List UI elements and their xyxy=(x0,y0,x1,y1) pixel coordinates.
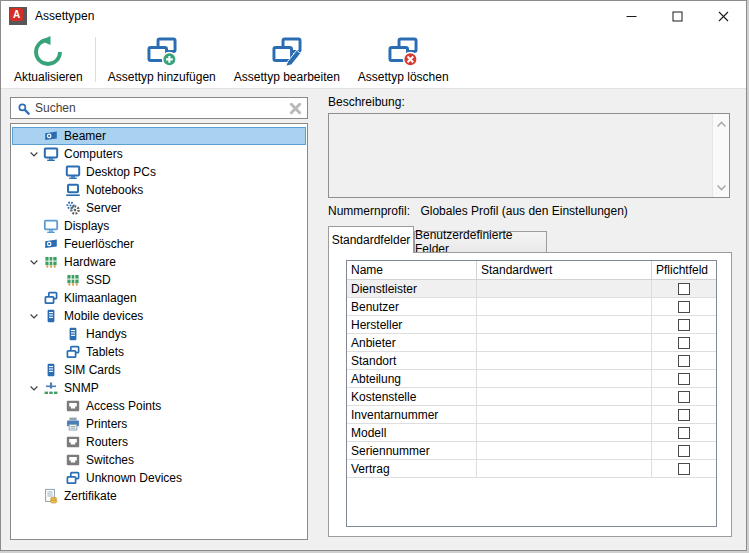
field-default-value-cell[interactable] xyxy=(477,316,652,333)
field-default-value-cell[interactable] xyxy=(477,388,652,405)
minimize-button[interactable] xyxy=(608,1,654,31)
field-name-cell: Vertrag xyxy=(347,460,477,477)
chevron-spacer xyxy=(46,200,65,216)
tree-item-ssd[interactable]: SSD xyxy=(12,271,306,289)
chevron-spacer xyxy=(46,470,65,486)
tab-benutzerdefinierte-felder[interactable]: Benutzerdefinierte Felder xyxy=(414,231,547,252)
edit-assettype-icon xyxy=(270,35,304,69)
add-assettype-button[interactable]: Assettyp hinzufügen xyxy=(99,33,225,86)
pflichtfeld-checkbox[interactable] xyxy=(678,301,690,313)
chevron-down-icon[interactable] xyxy=(24,146,43,162)
tab-standardfelder[interactable]: Standardfelder xyxy=(328,226,414,253)
clear-search-icon[interactable] xyxy=(289,102,302,115)
tree-item-routers[interactable]: Routers xyxy=(12,433,306,451)
refresh-button[interactable]: Aktualisieren xyxy=(5,33,92,86)
maximize-button[interactable] xyxy=(654,1,700,31)
search-input[interactable] xyxy=(35,101,285,115)
pflichtfeld-checkbox[interactable] xyxy=(678,427,690,439)
pflichtfeld-checkbox[interactable] xyxy=(678,337,690,349)
field-row-seriennummer[interactable]: Seriennummer xyxy=(347,442,716,460)
field-row-hersteller[interactable]: Hersteller xyxy=(347,316,716,334)
pflichtfeld-checkbox[interactable] xyxy=(678,355,690,367)
field-required-cell xyxy=(652,406,716,423)
field-name-cell: Abteilung xyxy=(347,370,477,387)
tree-item-tablets[interactable]: Tablets xyxy=(12,343,306,361)
field-default-value-cell[interactable] xyxy=(477,280,652,297)
field-required-cell xyxy=(652,424,716,441)
pflichtfeld-checkbox[interactable] xyxy=(678,445,690,457)
fields-table: NameStandardwertPflichtfeld Dienstleiste… xyxy=(346,260,717,527)
column-header-standardwert[interactable]: Standardwert xyxy=(477,261,652,279)
tree-item-printers[interactable]: Printers xyxy=(12,415,306,433)
delete-assettype-icon xyxy=(386,35,420,69)
tree-item-server[interactable]: Server xyxy=(12,199,306,217)
pflichtfeld-checkbox[interactable] xyxy=(678,283,690,295)
tree-item-label: Zertifikate xyxy=(64,489,117,503)
tree-item-snmp[interactable]: SNMP xyxy=(12,379,306,397)
projector-icon xyxy=(43,128,59,144)
scroll-down-icon[interactable] xyxy=(716,180,727,194)
tree-item-notebooks[interactable]: Notebooks xyxy=(12,181,306,199)
field-default-value-cell[interactable] xyxy=(477,442,652,459)
tree-item-mobile-devices[interactable]: Mobile devices xyxy=(12,307,306,325)
field-row-modell[interactable]: Modell xyxy=(347,424,716,442)
tree-item-hardware[interactable]: Hardware xyxy=(12,253,306,271)
field-default-value-cell[interactable] xyxy=(477,370,652,387)
pflichtfeld-checkbox[interactable] xyxy=(678,319,690,331)
field-row-inventarnummer[interactable]: Inventarnummer xyxy=(347,406,716,424)
tree-item-beamer[interactable]: Beamer xyxy=(12,127,306,145)
chevron-down-icon[interactable] xyxy=(24,254,43,270)
pflichtfeld-checkbox[interactable] xyxy=(678,463,690,475)
chip-icon xyxy=(43,254,59,270)
main-content: BeamerComputersDesktop PCsNotebooksServe… xyxy=(1,89,746,550)
edit-assettype-button[interactable]: Assettyp bearbeiten xyxy=(225,33,349,86)
field-row-anbieter[interactable]: Anbieter xyxy=(347,334,716,352)
field-default-value-cell[interactable] xyxy=(477,334,652,351)
pflichtfeld-checkbox[interactable] xyxy=(678,409,690,421)
description-label: Beschreibung: xyxy=(328,95,405,109)
chevron-spacer xyxy=(46,344,65,360)
field-default-value-cell[interactable] xyxy=(477,298,652,315)
tree-item-unknown-devices[interactable]: Unknown Devices xyxy=(12,469,306,487)
tree-item-klimaanlagen[interactable]: Klimaanlagen xyxy=(12,289,306,307)
tree-item-sim-cards[interactable]: SIM Cards xyxy=(12,361,306,379)
field-required-cell xyxy=(652,388,716,405)
field-row-dienstleister[interactable]: Dienstleister xyxy=(347,280,716,298)
tree-item-desktop-pcs[interactable]: Desktop PCs xyxy=(12,163,306,181)
tree-item-label: Tablets xyxy=(86,345,124,359)
chevron-spacer xyxy=(46,434,65,450)
pflichtfeld-checkbox[interactable] xyxy=(678,373,690,385)
window-title: Assettypen xyxy=(35,9,94,23)
chevron-down-icon[interactable] xyxy=(24,308,43,324)
pflichtfeld-checkbox[interactable] xyxy=(678,391,690,403)
delete-assettype-button[interactable]: Assettyp löschen xyxy=(349,33,458,86)
chevron-spacer xyxy=(46,164,65,180)
field-default-value-cell[interactable] xyxy=(477,424,652,441)
field-default-value-cell[interactable] xyxy=(477,406,652,423)
description-scrollbar[interactable] xyxy=(712,114,729,197)
field-row-abteilung[interactable]: Abteilung xyxy=(347,370,716,388)
chevron-spacer xyxy=(24,128,43,144)
description-textarea[interactable] xyxy=(328,113,730,198)
scroll-up-icon[interactable] xyxy=(716,117,727,131)
field-row-kostenstelle[interactable]: Kostenstelle xyxy=(347,388,716,406)
column-header-name[interactable]: Name xyxy=(347,261,477,279)
field-row-vertrag[interactable]: Vertrag xyxy=(347,460,716,478)
tree-item-label: Printers xyxy=(86,417,127,431)
column-header-pflichtfeld[interactable]: Pflichtfeld xyxy=(652,261,716,279)
tree-item-computers[interactable]: Computers xyxy=(12,145,306,163)
tree-item-feuerl-scher[interactable]: Feuerlöscher xyxy=(12,235,306,253)
app-window: A Assettypen Aktualisieren xyxy=(0,0,747,551)
field-default-value-cell[interactable] xyxy=(477,352,652,369)
tree-item-zertifikate[interactable]: Zertifikate xyxy=(12,487,306,505)
chevron-down-icon[interactable] xyxy=(24,380,43,396)
field-row-benutzer[interactable]: Benutzer xyxy=(347,298,716,316)
tree-item-handys[interactable]: Handys xyxy=(12,325,306,343)
close-button[interactable] xyxy=(700,1,746,31)
tree-item-switches[interactable]: Switches xyxy=(12,451,306,469)
field-default-value-cell[interactable] xyxy=(477,460,652,477)
tree-item-displays[interactable]: Displays xyxy=(12,217,306,235)
titlebar: A Assettypen xyxy=(1,1,746,31)
tree-item-access-points[interactable]: Access Points xyxy=(12,397,306,415)
field-row-standort[interactable]: Standort xyxy=(347,352,716,370)
